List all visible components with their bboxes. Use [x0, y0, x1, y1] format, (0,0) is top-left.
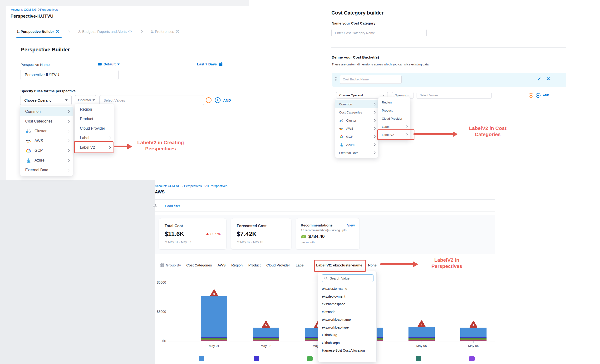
submenu-item-label[interactable]: Label [75, 133, 114, 143]
value-option-githubrepo[interactable]: GithubRepo [318, 339, 376, 347]
bar-segment [201, 296, 227, 337]
annotation-arrow [413, 133, 453, 135]
chevron-right-icon [181, 185, 183, 187]
operand-menu-item-azure[interactable]: Azure [20, 155, 73, 165]
group-by-option-none[interactable]: None [368, 263, 377, 267]
drag-handle-icon[interactable] [335, 77, 338, 83]
group-by-option-label[interactable]: Label [296, 263, 305, 267]
bar-may-02[interactable] [253, 328, 279, 341]
tab-budgets-reports-alerts[interactable]: 2. Budgets, Reports and Alerts [78, 29, 132, 34]
bar-may-06[interactable] [460, 328, 487, 341]
value-option-eks-namespace[interactable]: eks:namespace [318, 300, 376, 308]
legend-swatch[interactable] [307, 356, 313, 361]
grid-icon [160, 263, 164, 267]
anomaly-badge[interactable]: 4 [469, 320, 478, 328]
anomaly-badge[interactable]: 4 [418, 320, 426, 328]
annotation-arrow [114, 146, 128, 147]
tab-perspective-builder[interactable]: 1. Perspective Builder [17, 29, 59, 34]
operand-menu-item-aws[interactable]: awsAWS [335, 124, 378, 132]
operand-menu-item-external-data[interactable]: External Data [20, 165, 73, 175]
remove-rule-button[interactable] [206, 97, 212, 103]
x-axis-tick [422, 341, 422, 343]
add-filter-button[interactable]: + add filter [164, 204, 180, 208]
breadcrumb-all-perspectives[interactable]: All Perspectives [205, 184, 227, 188]
operand-menu-item-gcp[interactable]: GCP [335, 132, 378, 140]
operand-menu-item-azure[interactable]: Azure [335, 140, 378, 149]
bar-may-01[interactable] [201, 296, 227, 341]
folder-selector[interactable]: Default [98, 62, 120, 66]
submenu-item-label-v2[interactable]: Label V2 [75, 143, 114, 152]
svg-text:5: 5 [265, 324, 267, 327]
legend-swatch[interactable] [469, 356, 475, 361]
submenu-item-label[interactable]: Label [378, 122, 410, 131]
operand-menu-item-aws[interactable]: awsAWS [20, 136, 73, 146]
perspective-name-input[interactable] [20, 70, 119, 80]
chevron-right-icon [405, 125, 408, 128]
tab-preferences[interactable]: 3. Preferences [151, 29, 179, 34]
legend-swatch[interactable] [254, 356, 259, 361]
and-button[interactable]: AND [223, 98, 231, 102]
value-option-eks-deployment[interactable]: eks:deployment [318, 293, 376, 300]
operand-menu-item-cost-categories[interactable]: Cost Categories [335, 108, 378, 116]
legend-swatch[interactable] [416, 356, 421, 361]
search-box [322, 274, 374, 282]
group-by-option-product[interactable]: Product [248, 263, 261, 267]
submenu-item-cloud-provider[interactable]: Cloud Provider [378, 114, 410, 122]
screenshot-root: Account: CCM-NG Perspectives Perspective… [0, 0, 600, 364]
group-by-option-aws[interactable]: AWS [218, 263, 226, 267]
submenu-item-region[interactable]: Region [378, 98, 410, 106]
submenu-item-region[interactable]: Region [75, 105, 114, 114]
svg-text:4: 4 [421, 323, 422, 327]
filter-icon[interactable] [152, 204, 158, 208]
operand-menu-item-cluster[interactable]: Cluster [335, 116, 378, 124]
add-rule-button[interactable] [536, 93, 541, 98]
breadcrumb-account[interactable]: Account: CCM-NG [155, 184, 181, 188]
cost-bucket-name-input[interactable] [340, 75, 402, 84]
group-by-option-cost-categories[interactable]: Cost Categories [186, 263, 212, 267]
cost-category-name-input[interactable] [331, 29, 427, 37]
submenu-item-product[interactable]: Product [75, 114, 114, 124]
operand-menu-item-gcp[interactable]: GCP [20, 146, 73, 155]
value-option-harness-split-cost-allocation[interactable]: Harness-Split Cost Allocation [318, 347, 376, 355]
x-axis-tick-label: May 01 [203, 344, 225, 348]
group-by-option-region[interactable]: Region [231, 263, 243, 267]
operand-menu-item-external-data[interactable]: External Data [335, 149, 378, 157]
value-option-eks-workload-type[interactable]: eks:workload-type [318, 324, 376, 331]
anomaly-badge[interactable]: 5 [262, 320, 270, 328]
bar-may-05[interactable] [409, 327, 435, 341]
operand-menu-item-common[interactable]: Common [335, 100, 378, 108]
savings-value: $784.40 [308, 234, 325, 239]
submenu-item-label-v2[interactable]: Label V2 [378, 131, 410, 139]
confirm-bucket-button[interactable]: ✓ [537, 76, 541, 82]
add-rule-button[interactable] [215, 97, 221, 103]
value-option-eks-node[interactable]: eks:node [318, 308, 376, 316]
date-range-selector[interactable]: Last 7 Days [197, 62, 223, 66]
breadcrumb-perspectives[interactable]: Perspectives [40, 8, 58, 11]
recommendations-card: Recommendations View 47 recommendation(s… [296, 218, 360, 250]
anomaly-badge[interactable]: 5 [210, 289, 218, 297]
values-input[interactable] [99, 95, 204, 105]
chevron-right-icon [140, 30, 143, 33]
operand-menu-item-cost-categories[interactable]: Cost Categories [20, 116, 73, 126]
values-input[interactable] [417, 92, 491, 99]
value-option-githuborg[interactable]: GithubOrg [318, 331, 376, 339]
submenu-item-product[interactable]: Product [378, 106, 410, 114]
breadcrumb-perspectives[interactable]: Perspectives [184, 184, 202, 188]
operand-menu-item-common[interactable]: Common [20, 107, 73, 116]
cancel-bucket-button[interactable]: ✕ [546, 76, 550, 82]
submenu-item-cloud-provider[interactable]: Cloud Provider [75, 124, 114, 133]
breadcrumb-account[interactable]: Account: CCM-NG [11, 8, 37, 11]
operand-select[interactable]: Choose Operand [20, 95, 72, 105]
operand-menu-item-cluster[interactable]: Cluster [20, 126, 73, 136]
legend-swatch[interactable] [199, 356, 204, 361]
view-recommendations-link[interactable]: View [347, 224, 355, 227]
and-button[interactable]: AND [543, 94, 549, 97]
card-label: Total Cost [165, 224, 221, 228]
search-input[interactable] [329, 276, 373, 280]
group-by-selected[interactable]: Label V2: eks:cluster-name [315, 261, 364, 270]
group-by-option-cloud-provider[interactable]: Cloud Provider [266, 263, 290, 267]
value-option-eks-cluster-name[interactable]: eks:cluster-name [318, 285, 376, 293]
value-option-eks-workload-name[interactable]: eks:workload-name [318, 316, 376, 324]
caret-down-icon [117, 64, 120, 65]
remove-rule-button[interactable] [529, 93, 533, 98]
